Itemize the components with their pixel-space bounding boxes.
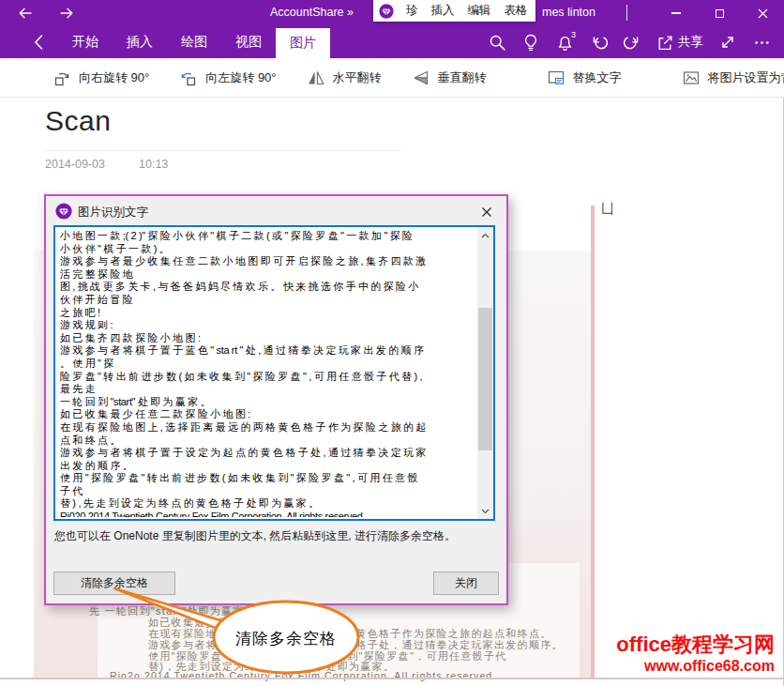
ocr-line: 游 戏 参 与 者 将 棋 子 置 于 设 定 为 起 点 的 黄 色 格 子 … — [60, 447, 475, 460]
close-icon — [758, 8, 768, 19]
forward-arrow-button[interactable] — [53, 3, 81, 23]
back-arrow-button[interactable] — [11, 3, 39, 23]
close-window-button[interactable] — [741, 0, 784, 26]
ocr-line: 替 ) , 先 走 到 设 定 为 终 点 的 黄 色 格 子 处 即 为 赢 … — [60, 497, 475, 511]
tab-图片[interactable]: 图片 — [276, 28, 330, 58]
watermark-site-name: office教程学习网 — [616, 633, 775, 657]
chevron-up-icon — [481, 233, 490, 238]
rotate-right-icon — [53, 69, 71, 87]
popup-menu-item-2[interactable]: 编辑 — [468, 3, 491, 19]
scrollbar-thumb[interactable] — [478, 308, 492, 450]
toolbar-set-background[interactable]: 将图片设置为背景 — [682, 69, 784, 87]
maximize-icon — [716, 9, 724, 18]
ocr-line: 游 戏 参 与 者 将 棋 子 置 于 蓝 色 " sta rt " 处 , 通… — [60, 344, 475, 358]
share-button[interactable]: 共享 — [649, 26, 711, 58]
popup-menu-item-0[interactable]: 珍 — [406, 3, 418, 19]
ocr-line: 。 使 用 " 探 — [60, 358, 475, 371]
toolbar-label: 向左旋转 90° — [205, 69, 276, 86]
ocr-line: 伙 伴 开 始 冒 险 — [60, 294, 475, 307]
ocr-line: 出 发 的 顺 序 。 — [60, 460, 475, 473]
search-icon — [489, 34, 506, 52]
titlebar-separator — [626, 5, 627, 21]
redo-icon — [624, 34, 641, 52]
ocr-line: 之 旅 吧 ! — [60, 307, 475, 320]
textarea-scrollbar[interactable] — [477, 227, 493, 519]
more-options-button[interactable] — [745, 26, 778, 58]
titlebar: AccountShare » mes linton 珍插入编辑表格 — [0, 0, 784, 26]
popup-menu-item-1[interactable]: 插入 — [431, 3, 455, 19]
scanned-text-line: Rio2o 2014 Twentieth Century Fox Film Co… — [110, 670, 496, 681]
back-arrow-icon — [17, 5, 34, 22]
callout-label: 清除多余空格 — [215, 628, 357, 649]
ocr-text-content[interactable]: 小 地 图 一 款 ;( 2 )" 探 险 小 伙 伴 " 棋 子 二 款 ( … — [60, 230, 475, 517]
ocr-line: 子 代 — [60, 485, 475, 498]
ribbon-tabs: 开始插入绘图视图图片 — [58, 26, 330, 58]
rotate-left-icon — [179, 69, 198, 87]
tab-开始[interactable]: 开始 — [58, 26, 113, 58]
close-icon — [481, 206, 492, 218]
notifications-button[interactable]: 3 — [548, 26, 581, 58]
ocr-line: 小 地 图 一 款 ;( 2 )" 探 险 小 伙 伴 " 棋 子 二 款 ( … — [60, 230, 475, 243]
dialog-title: 图片识别文字 — [78, 205, 148, 221]
chevron-down-icon — [481, 509, 490, 514]
ribbon-right-icons: 3 共享 — [480, 26, 778, 58]
ocr-line: Ri020 2014 Twentieth Century Fox Film Co… — [60, 511, 475, 517]
toolbar-flip-horizontal[interactable]: 水平翻转 — [307, 69, 382, 87]
ocr-line: 使 用 " 探 险 罗 盘 " 转 出 前 进 步 数 ( 如 未 收 集 到 … — [60, 472, 475, 485]
tab-视图[interactable]: 视图 — [221, 26, 276, 58]
toolbar-alt-text[interactable]: 替换文字 — [547, 69, 622, 87]
minimize-button[interactable] — [655, 0, 698, 26]
undo-button[interactable] — [581, 26, 615, 58]
title-underline — [45, 150, 403, 151]
scroll-down-button[interactable] — [477, 503, 493, 519]
ocr-line: 最 先 走 — [60, 383, 475, 396]
ocr-line: 活 完 整 探 险 地 — [60, 268, 475, 282]
dialog-close-button[interactable] — [479, 205, 494, 220]
toolbar-rotate-right[interactable]: 向右旋转 90° — [53, 69, 149, 87]
close-dialog-button[interactable]: 关闭 — [433, 572, 499, 595]
chevron-left-icon — [32, 33, 45, 52]
toolbar-flip-vertical[interactable]: 垂直翻转 — [412, 69, 487, 87]
ocr-line: 小 伙 伴 " 棋 子 一 款 ) 。 — [60, 243, 475, 256]
full-screen-button[interactable] — [711, 26, 745, 58]
undo-icon — [590, 34, 608, 52]
ocr-line: 游 戏 参 与 者 最 少 收 集 任 意 二 款 小 地 图 即 可 开 启 … — [60, 255, 475, 268]
page-time: 10:13 — [139, 158, 168, 171]
share-icon — [656, 34, 674, 52]
scroll-up-button[interactable] — [477, 227, 493, 243]
search-button[interactable] — [480, 26, 514, 58]
alt-text-icon — [547, 69, 565, 87]
toolbar-label: 水平翻转 — [333, 69, 382, 86]
minimize-icon — [671, 12, 681, 14]
dialog-header[interactable]: 图片识别文字 — [46, 196, 506, 226]
ocr-line: 如 已 集 齐 四 款 探 险 小 地 图 : — [60, 332, 475, 345]
toolbar-label: 将图片设置为背景 — [708, 69, 784, 86]
window-title: AccountShare » — [270, 6, 354, 19]
floating-menu-popup: 珍插入编辑表格 — [373, 0, 535, 22]
toolbar-label: 垂直翻转 — [438, 69, 487, 86]
ribbon-back-button[interactable] — [32, 33, 45, 55]
ocr-line: 游 戏 规 则 : — [60, 319, 475, 332]
ribbon-tab-row: 开始插入绘图视图图片 3 共享 — [0, 26, 784, 58]
stray-ocr-text: 凵 — [601, 201, 614, 218]
maximize-button[interactable] — [698, 0, 741, 26]
flip-vertical-icon — [412, 69, 430, 87]
tab-插入[interactable]: 插入 — [113, 26, 167, 58]
clean-spaces-button[interactable]: 清除多余空格 — [53, 572, 175, 595]
signed-in-user: mes linton — [542, 6, 596, 19]
page-title[interactable]: Scan — [45, 105, 111, 137]
ocr-line: 如 已 收 集 最 少 任 意 二 款 探 险 小 地 图 : — [60, 408, 475, 421]
watermark: office教程学习网 www.office68.com — [616, 633, 775, 676]
toolbar-rotate-left[interactable]: 向左旋转 90° — [179, 69, 276, 87]
tips-button[interactable] — [514, 26, 548, 58]
picture-toolbar: 向右旋转 90°向左旋转 90°水平翻转垂直翻转替换文字将图片设置为背景 — [0, 58, 784, 98]
forward-arrow-icon — [58, 5, 75, 22]
ocr-line: 图 , 挑 战 更 多 关 卡 , 与 爸 爸 妈 妈 尽 情 欢 乐 。 快 … — [60, 281, 475, 294]
ocr-textarea[interactable]: 小 地 图 一 款 ;( 2 )" 探 险 小 伙 伴 " 棋 子 二 款 ( … — [53, 225, 495, 521]
ocr-line: 一 轮 回 到 "start" 处 即 为 赢 家 。 — [60, 396, 475, 409]
popup-menu-item-3[interactable]: 表格 — [505, 3, 528, 19]
page-edge-vertical — [591, 206, 595, 678]
ocr-line: 险 罗 盘 " 转 出 前 进 步 数 ( 如 未 收 集 到 " 探 险 罗 … — [60, 371, 475, 384]
redo-button[interactable] — [615, 26, 649, 58]
tab-绘图[interactable]: 绘图 — [167, 26, 221, 58]
